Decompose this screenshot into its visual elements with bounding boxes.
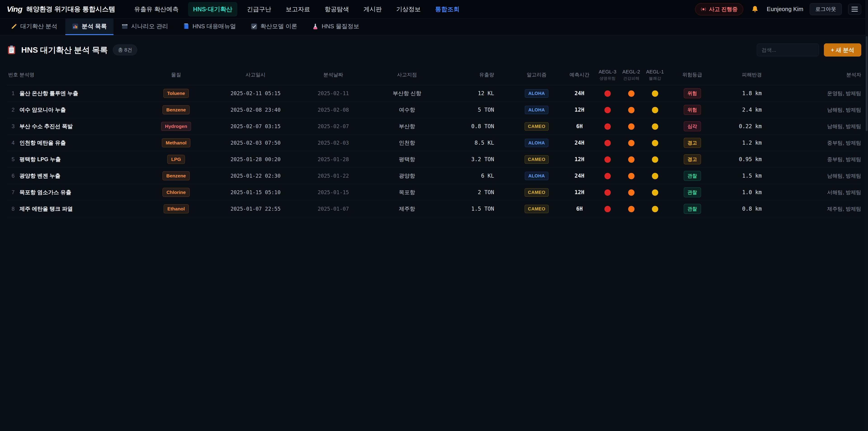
analysis-name: 여수 암모니아 누출: [20, 106, 136, 114]
aegl3-indicator: [604, 189, 611, 196]
col-header-substance: 물질: [136, 72, 216, 78]
accident-datetime: 2025-02-03 07:50: [216, 140, 295, 146]
table-row[interactable]: 4 인천항 메탄올 유출 Methanol 2025-02-03 07:50 2…: [7, 135, 861, 151]
nav-item-aerial-search[interactable]: 항공탐색: [320, 2, 354, 17]
tab-dispersion-analysis[interactable]: 대기확산 분석: [4, 19, 64, 35]
new-analysis-button[interactable]: + 새 분석: [824, 43, 862, 57]
forecast-duration: 24H: [563, 140, 596, 146]
aegl1-indicator: [652, 90, 658, 97]
damage-radius: 2.4 km: [718, 107, 791, 113]
pencil-icon: [11, 23, 17, 30]
accident-datetime: 2025-01-28 00:20: [216, 156, 295, 162]
substance-badge: Benzene: [162, 171, 190, 180]
hamburger-menu-button[interactable]: [848, 4, 861, 15]
analysis-date: 2025-02-08: [295, 107, 371, 113]
aegl1-indicator: [652, 206, 658, 212]
damage-radius: 0.95 km: [718, 156, 791, 162]
analysis-name: 광양항 벤젠 누출: [20, 172, 136, 180]
accident-location: 광양항: [371, 172, 442, 180]
tab-label: HNS 물질정보: [322, 22, 359, 30]
model-badge: ALOHA: [525, 172, 548, 180]
main-nav: 유출유 확산예측 HNS·대기확산 긴급구난 보고자료 항공탐색 게시판 기상정…: [129, 2, 465, 17]
analyst: 운영팀, 방제팀: [791, 90, 861, 97]
spill-amount: 0.8 TON: [442, 123, 510, 129]
row-number: 8: [7, 206, 20, 212]
risk-badge: 위험: [684, 88, 701, 98]
nav-item-board[interactable]: 게시판: [359, 2, 387, 17]
substance-badge: Ethanol: [164, 204, 189, 213]
app-logo[interactable]: Ving 해양환경 위기대응 통합시스템: [7, 5, 115, 14]
tab-hns-substance-info[interactable]: HNS 물질정보: [305, 19, 366, 35]
accident-location: 목포항: [371, 189, 442, 196]
aegl3-indicator: [604, 140, 611, 146]
analyst: 남해팀, 방제팀: [791, 173, 861, 180]
risk-badge: 관찰: [684, 171, 701, 181]
table-row[interactable]: 7 목포항 염소가스 유출 Chlorine 2025-01-15 05:10 …: [7, 184, 861, 201]
search-input[interactable]: [757, 43, 819, 56]
analysis-date: 2025-01-28: [295, 156, 371, 162]
accident-datetime: 2025-01-15 05:10: [216, 189, 295, 195]
incident-status-badge[interactable]: 사고 진행중: [695, 3, 743, 16]
table-row[interactable]: 3 부산 수소 추진선 폭발 Hydrogen 2025-02-07 03:15…: [7, 118, 861, 135]
col-header-aegl3: AEGL-3생명위험: [596, 69, 619, 81]
forecast-duration: 12H: [563, 189, 596, 195]
nav-item-weather[interactable]: 기상정보: [391, 2, 426, 17]
damage-radius: 1.5 km: [718, 173, 791, 179]
tab-scenario-management[interactable]: 시나리오 관리: [115, 19, 175, 35]
table-row[interactable]: 2 여수 암모니아 누출 Benzene 2025-02-08 23:40 20…: [7, 102, 861, 118]
tab-model-theory[interactable]: 확산모델 이론: [244, 19, 304, 35]
analysis-date: 2025-02-03: [295, 140, 371, 146]
nav-item-reports[interactable]: 보고자료: [281, 2, 315, 17]
table-row[interactable]: 5 평택항 LPG 누출 LPG 2025-01-28 00:20 2025-0…: [7, 151, 861, 168]
aegl3-indicator: [604, 173, 611, 179]
nav-item-emergency-rescue[interactable]: 긴급구난: [242, 2, 276, 17]
analyst: 남해팀, 방제팀: [791, 106, 861, 114]
substance-badge: Chlorine: [162, 188, 189, 197]
analysis-date: 2025-02-11: [295, 90, 371, 96]
nav-item-hns-dispersion[interactable]: HNS·대기확산: [188, 2, 237, 17]
analysis-name: 부산 수소 추진선 폭발: [20, 123, 136, 130]
main-content: HNS 대기확산 분석 목록 총 8건 + 새 분석 번호 분석명 물질 사고일…: [0, 35, 868, 217]
risk-badge: 관찰: [684, 187, 701, 197]
aegl3-indicator: [604, 107, 611, 113]
substance-badge: Benzene: [162, 105, 190, 114]
alert-siren-icon: [701, 6, 706, 12]
logo-mark: Ving: [7, 5, 22, 13]
model-badge: CAMEO: [525, 205, 549, 213]
top-bar: Ving 해양환경 위기대응 통합시스템 유출유 확산예측 HNS·대기확산 긴…: [0, 0, 868, 19]
system-title: 해양환경 위기대응 통합시스템: [26, 5, 115, 14]
scrollbar-thumb[interactable]: [866, 36, 868, 131]
aegl1-indicator: [652, 189, 658, 196]
aegl1-indicator: [652, 123, 658, 130]
book-icon: [183, 23, 189, 30]
accident-location: 부산항: [371, 123, 442, 130]
damage-radius: 1.8 km: [718, 90, 791, 96]
scrollbar[interactable]: [865, 0, 868, 431]
logout-button[interactable]: 로그아웃: [810, 3, 842, 15]
row-number: 6: [7, 173, 20, 179]
spill-amount: 8.5 KL: [442, 140, 510, 146]
table-row[interactable]: 6 광양항 벤젠 누출 Benzene 2025-01-22 02:30 202…: [7, 168, 861, 184]
bell-icon: [751, 5, 759, 13]
table-row[interactable]: 1 울산 온산항 톨루엔 누출 Toluene 2025-02-11 05:15…: [7, 85, 861, 102]
nav-item-oil-spill-prediction[interactable]: 유출유 확산예측: [129, 2, 184, 17]
clipboard-icon: [7, 45, 16, 55]
nav-item-integrated-search[interactable]: 통합조회: [430, 2, 465, 17]
spill-amount: 6 KL: [442, 173, 510, 179]
aegl1-indicator: [652, 173, 658, 179]
table-row[interactable]: 8 제주 에탄올 탱크 파열 Ethanol 2025-01-07 22:55 …: [7, 201, 861, 217]
analysis-date: 2025-02-07: [295, 123, 371, 129]
analysis-date: 2025-01-22: [295, 173, 371, 179]
analysis-date: 2025-01-15: [295, 189, 371, 195]
analyst: 남해팀, 방제팀: [791, 123, 861, 130]
risk-badge: 경고: [684, 138, 701, 148]
forecast-duration: 12H: [563, 156, 596, 162]
risk-badge: 심각: [684, 121, 701, 131]
tab-analysis-list[interactable]: 분석 목록: [65, 19, 114, 35]
tab-hns-manual[interactable]: HNS 대응매뉴얼: [176, 19, 243, 35]
damage-radius: 0.8 km: [718, 206, 791, 212]
tab-label: 분석 목록: [82, 22, 107, 30]
analysis-name: 목포항 염소가스 유출: [20, 189, 136, 196]
aegl1-indicator: [652, 140, 658, 146]
notifications-button[interactable]: [749, 4, 761, 15]
